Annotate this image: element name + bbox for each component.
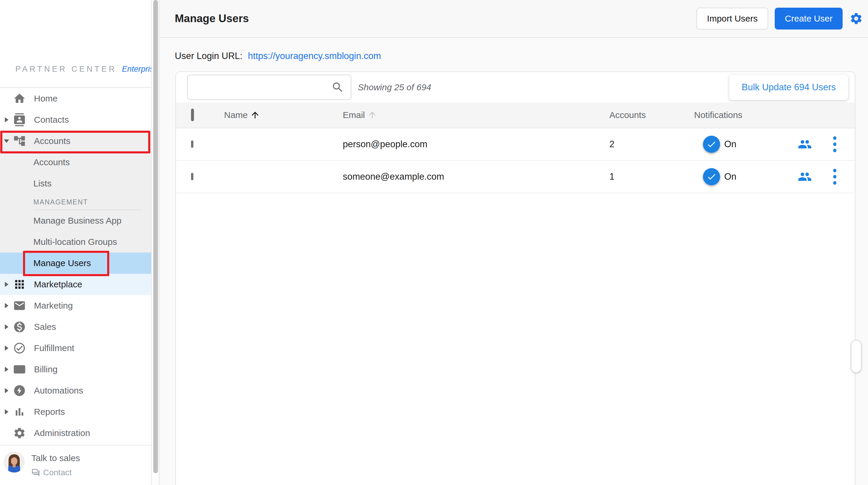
app-window: PARTNER CENTER Enterprise Home Contacts … <box>0 0 868 485</box>
row-menu-button[interactable] <box>830 135 855 153</box>
toggle-check-icon <box>703 136 720 153</box>
expand-arrow-icon <box>3 117 10 123</box>
sidebar-item-marketplace[interactable]: Marketplace <box>0 274 151 295</box>
fulfillment-check-icon <box>12 341 27 355</box>
showing-count-text: Showing 25 of 694 <box>358 82 431 92</box>
sort-idle-icon <box>367 110 377 120</box>
home-icon <box>12 92 27 106</box>
accounts-cell: 1 <box>609 171 694 182</box>
table-toolbar: Showing 25 of 694 Bulk Update 694 Users <box>176 72 855 102</box>
sidebar-item-administration[interactable]: Administration <box>0 422 151 444</box>
people-icon <box>798 137 812 151</box>
talk-to-sales-title: Talk to sales <box>31 453 80 463</box>
page-scrollbar-thumb[interactable] <box>851 340 862 373</box>
user-login-url-label: User Login URL: <box>175 51 242 61</box>
page-title: Manage Users <box>175 12 249 25</box>
billing-money-icon <box>12 362 27 377</box>
sidebar-item-billing[interactable]: Billing <box>0 359 151 380</box>
expand-arrow-icon <box>3 387 10 394</box>
expand-arrow-icon <box>3 302 10 309</box>
sidebar-item-sales[interactable]: Sales <box>0 316 151 337</box>
accounts-cell: 2 <box>609 139 694 150</box>
sales-dollar-icon <box>12 320 27 334</box>
gear-icon <box>849 12 863 25</box>
sidebar: PARTNER CENTER Enterprise Home Contacts … <box>0 0 151 485</box>
expand-arrow-icon <box>3 345 10 351</box>
sidebar-item-accounts[interactable]: Accounts <box>0 130 151 152</box>
expand-arrow-icon <box>3 366 10 373</box>
user-login-url-link[interactable]: https://youragency.smblogin.com <box>248 51 381 61</box>
column-header-notifications[interactable]: Notifications <box>694 110 798 120</box>
chat-icon <box>31 468 40 477</box>
collapse-arrow-icon <box>3 139 10 143</box>
email-cell: someone@example.com <box>343 171 609 182</box>
sidebar-subitem-lists[interactable]: Lists <box>0 173 151 194</box>
people-icon <box>798 170 812 184</box>
talk-to-sales-panel: Talk to sales Contact <box>0 445 151 485</box>
sort-ascending-icon <box>250 110 260 120</box>
settings-gear-button[interactable] <box>849 11 863 26</box>
bulk-update-button[interactable]: Bulk Update 694 Users <box>729 75 848 100</box>
sidebar-item-fulfillment[interactable]: Fulfillment <box>0 337 151 359</box>
management-section-header: MANAGEMENT <box>0 194 151 210</box>
manage-user-accounts-button[interactable] <box>798 137 830 151</box>
reports-chart-icon <box>12 405 27 419</box>
table-row: person@people.com 2 On <box>176 128 855 161</box>
page-header: Manage Users Import Users Create User <box>160 0 868 38</box>
sidebar-scrollbar-thumb[interactable] <box>153 0 158 473</box>
user-login-url-line: User Login URL: https://youragency.smblo… <box>175 50 868 63</box>
row-checkbox[interactable] <box>191 173 193 180</box>
sidebar-item-marketing[interactable]: Marketing <box>0 295 151 316</box>
row-menu-button[interactable] <box>830 168 855 186</box>
sidebar-item-contacts[interactable]: Contacts <box>0 109 151 130</box>
more-vert-icon <box>830 168 839 186</box>
brand: PARTNER CENTER Enterprise <box>0 61 151 77</box>
email-cell: person@people.com <box>343 139 609 150</box>
sidebar-item-home[interactable]: Home <box>0 88 151 109</box>
notifications-toggle[interactable] <box>694 170 719 183</box>
sidebar-subitem-accounts[interactable]: Accounts <box>0 152 151 173</box>
create-user-button[interactable]: Create User <box>775 8 843 30</box>
contact-sales-link[interactable]: Contact <box>31 468 80 477</box>
expand-arrow-icon <box>3 281 10 288</box>
toggle-state-label: On <box>724 139 736 150</box>
main-content: Manage Users Import Users Create User Us… <box>160 0 868 485</box>
sidebar-item-reports[interactable]: Reports <box>0 401 151 422</box>
notifications-toggle[interactable] <box>694 138 719 151</box>
sales-rep-avatar <box>4 451 25 473</box>
contacts-icon <box>12 113 27 127</box>
sidebar-subitem-multi-location-groups[interactable]: Multi-location Groups <box>0 231 151 253</box>
sidebar-subitem-manage-users[interactable]: Manage Users <box>0 253 151 274</box>
toggle-state-label: On <box>724 171 736 182</box>
logo-placeholder <box>0 0 151 61</box>
column-header-name[interactable]: Name <box>224 110 343 120</box>
sidebar-scrollbar-track[interactable] <box>151 0 159 485</box>
table-header-row: Name Email Accounts Notifications <box>176 102 855 128</box>
expand-arrow-icon <box>3 409 10 415</box>
expand-arrow-icon <box>3 324 10 330</box>
brand-name: PARTNER CENTER <box>16 65 117 74</box>
column-header-accounts[interactable]: Accounts <box>609 110 694 120</box>
import-users-button[interactable]: Import Users <box>696 8 769 30</box>
select-all-checkbox[interactable] <box>191 108 194 121</box>
marketplace-grid-icon <box>12 277 27 291</box>
manage-user-accounts-button[interactable] <box>798 170 830 184</box>
administration-gear-icon <box>12 426 27 440</box>
column-header-email[interactable]: Email <box>343 110 609 120</box>
sidebar-subitem-manage-business-app[interactable]: Manage Business App <box>0 210 151 231</box>
sidebar-item-automations[interactable]: Automations <box>0 380 151 401</box>
row-checkbox[interactable] <box>191 140 193 148</box>
table-row: someone@example.com 1 On <box>176 161 855 193</box>
more-vert-icon <box>830 135 839 153</box>
users-table-card: Showing 25 of 694 Bulk Update 694 Users … <box>175 71 855 485</box>
toggle-check-icon <box>703 168 720 185</box>
marketing-mail-icon <box>12 298 27 313</box>
search-input[interactable] <box>187 75 351 100</box>
accounts-tree-icon <box>12 134 27 148</box>
automations-bolt-icon <box>12 384 27 398</box>
